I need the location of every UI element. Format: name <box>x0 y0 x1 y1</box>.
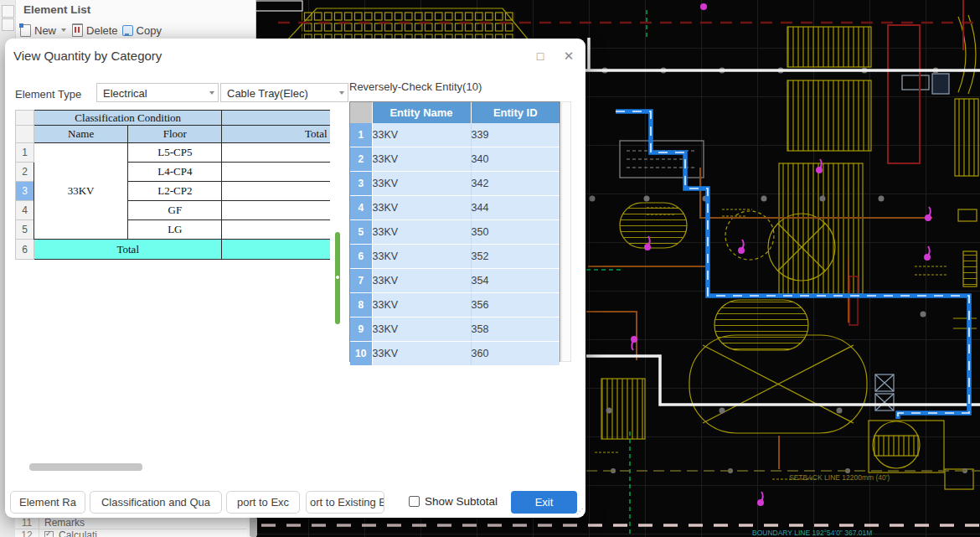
floor-cell[interactable]: L2-CP2 <box>128 182 222 201</box>
row-number[interactable]: 1 <box>350 123 372 147</box>
row-number[interactable]: 10 <box>350 342 372 366</box>
entity-id-cell[interactable]: 342 <box>471 172 560 196</box>
entity-name-cell[interactable]: 33KV <box>372 293 471 318</box>
copy-button[interactable]: Copy <box>122 24 162 37</box>
entity-name-cell[interactable]: 33KV <box>372 123 471 147</box>
entity-id-cell[interactable]: 358 <box>471 318 560 342</box>
entity-id-cell[interactable]: 340 <box>471 147 560 172</box>
entity-name-cell[interactable]: 33KV <box>372 318 471 342</box>
show-subtotal-label: Show Subtotal <box>425 495 498 508</box>
resize-grip-icon[interactable]: ⋰ <box>576 509 583 515</box>
entity-row[interactable]: 7 33KV 354 <box>350 269 560 293</box>
row-number[interactable]: 6 <box>16 240 34 260</box>
chevron-down-icon[interactable] <box>61 28 66 32</box>
row-number[interactable]: 3 <box>350 172 372 196</box>
floor-cell[interactable]: LG <box>128 220 222 240</box>
entity-id-cell[interactable]: 354 <box>471 269 560 293</box>
entity-table: Entity Name Entity ID 1 33KV 339 2 33KV … <box>349 101 560 362</box>
entity-name-cell[interactable]: 33KV <box>372 172 471 196</box>
entity-row[interactable]: 2 33KV 340 <box>350 147 560 172</box>
horizontal-scrollbar[interactable] <box>29 463 142 471</box>
calculation-checkbox[interactable] <box>44 531 54 537</box>
export-to-existing-excel-button[interactable]: ort to Existing E <box>306 491 384 514</box>
entity-id-cell[interactable]: 356 <box>471 293 560 318</box>
dock-tab-icon[interactable] <box>2 5 14 18</box>
row-number[interactable]: 8 <box>350 293 372 318</box>
row-number[interactable]: 2 <box>350 147 372 172</box>
delete-button[interactable]: Delete <box>72 23 118 37</box>
trash-icon <box>72 23 83 37</box>
delete-button-label: Delete <box>86 24 118 37</box>
chevron-down-icon <box>339 91 344 95</box>
new-document-icon <box>20 24 31 37</box>
entity-name-cell[interactable]: 33KV <box>372 342 471 366</box>
entity-row[interactable]: 3 33KV 342 <box>350 172 560 196</box>
entity-row[interactable]: 8 33KV 356 <box>350 293 560 318</box>
row-number[interactable]: 2 <box>16 163 34 182</box>
vertical-scrollbar[interactable] <box>250 517 257 537</box>
row-number[interactable]: 9 <box>350 318 372 342</box>
dock-tab-icon[interactable] <box>2 18 14 31</box>
new-button[interactable]: New <box>20 24 68 37</box>
value-cell[interactable] <box>222 182 330 201</box>
export-to-excel-button[interactable]: port to Exc <box>226 491 300 514</box>
entity-id-cell[interactable]: 344 <box>471 196 560 220</box>
maximize-icon[interactable]: □ <box>532 48 549 65</box>
column-header[interactable]: Floor <box>128 126 222 143</box>
category-dropdown[interactable]: Electrical <box>96 83 219 102</box>
entity-name-cell[interactable]: 33KV <box>372 147 471 172</box>
total-label-cell[interactable]: Total <box>34 240 222 260</box>
splitter-handle-icon[interactable] <box>335 232 340 324</box>
row-number[interactable]: 6 <box>350 245 372 269</box>
row-number[interactable]: 1 <box>16 143 34 163</box>
entity-row[interactable]: 10 33KV 360 <box>350 342 560 366</box>
entity-name-cell[interactable]: 33KV <box>372 220 471 245</box>
table-row[interactable]: 1 33KV L5-CP5 <box>16 143 331 163</box>
element-type-dropdown-value: Cable Tray(Elec) <box>227 87 308 100</box>
entity-name-cell[interactable]: 33KV <box>372 269 471 293</box>
row-number[interactable]: 5 <box>16 220 34 240</box>
entity-name-cell[interactable]: 33KV <box>372 196 471 220</box>
exit-button[interactable]: Exit <box>511 491 577 514</box>
entity-row[interactable]: 4 33KV 344 <box>350 196 560 220</box>
entity-name-cell[interactable]: 33KV <box>372 245 471 269</box>
entity-id-cell[interactable]: 339 <box>471 123 560 147</box>
entity-row[interactable]: 9 33KV 358 <box>350 318 560 342</box>
row-number-selected[interactable]: 3 <box>16 182 34 201</box>
column-header[interactable]: Name <box>34 126 128 143</box>
value-cell[interactable] <box>222 143 330 163</box>
floor-cell[interactable]: GF <box>128 201 222 220</box>
row-number[interactable]: 4 <box>16 201 34 220</box>
table-header-row: Classification Condition <box>16 111 331 126</box>
entity-id-cell[interactable]: 360 <box>471 342 560 366</box>
element-type-dropdown[interactable]: Cable Tray(Elec) <box>220 83 348 102</box>
show-subtotal-checkbox[interactable] <box>409 496 420 507</box>
classification-and-quantity-button[interactable]: Classification and Qua <box>90 491 222 514</box>
value-cell[interactable] <box>222 163 330 182</box>
column-header[interactable]: Entity ID <box>471 102 560 123</box>
entity-row[interactable]: 5 33KV 350 <box>350 220 560 245</box>
total-value-cell[interactable] <box>222 240 330 260</box>
vertical-scrollbar[interactable] <box>561 101 571 362</box>
floor-cell[interactable]: L4-CP4 <box>128 163 222 182</box>
floor-cell[interactable]: L5-CP5 <box>128 143 222 163</box>
entity-row[interactable]: 6 33KV 352 <box>350 245 560 269</box>
row-number[interactable]: 5 <box>350 220 372 245</box>
name-cell[interactable]: 33KV <box>34 143 128 240</box>
value-cell[interactable] <box>222 201 330 220</box>
property-row[interactable]: 12 Calculati <box>15 529 247 537</box>
table-header-row: Name Floor Total Length o <box>16 126 331 143</box>
entity-id-cell[interactable]: 352 <box>471 245 560 269</box>
row-number[interactable]: 7 <box>350 269 372 293</box>
close-icon[interactable]: ✕ <box>560 48 577 65</box>
value-cell[interactable] <box>222 220 330 240</box>
copy-button-label: Copy <box>137 24 162 37</box>
entity-id-cell[interactable]: 350 <box>471 220 560 245</box>
entity-row[interactable]: 1 33KV 339 <box>350 123 560 147</box>
total-row[interactable]: 6 Total <box>16 240 331 260</box>
element-range-button[interactable]: Element Ra <box>10 491 85 514</box>
row-number[interactable]: 4 <box>350 196 372 220</box>
column-header[interactable]: Entity Name <box>372 102 471 123</box>
column-header[interactable]: Total Length o <box>222 126 330 143</box>
property-row[interactable]: 11 Remarks <box>15 517 247 529</box>
